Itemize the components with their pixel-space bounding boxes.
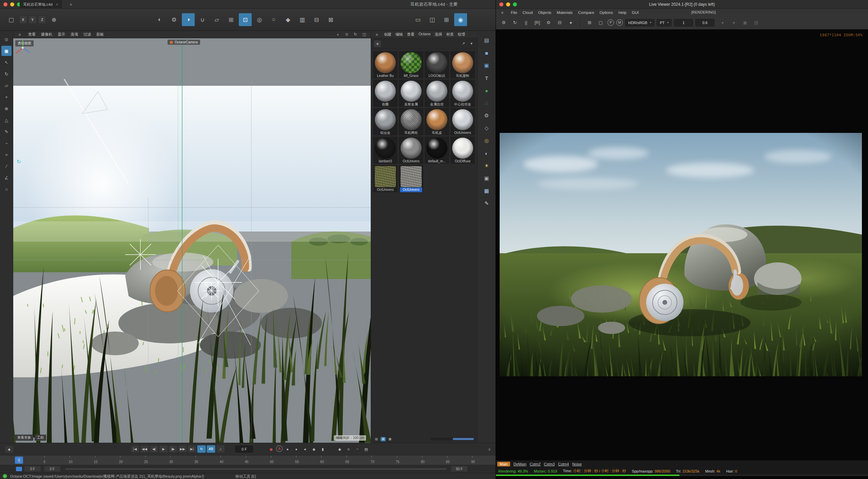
dock-light-icon[interactable]: ☀ [481, 160, 493, 172]
material-tile[interactable]: 齿圈 [373, 80, 398, 107]
render-image[interactable] [500, 133, 862, 376]
viewport-canvas[interactable]: 透视视图 OctaneCamera ↻ 查看变换 工程 栅格间距：100 [13, 38, 371, 443]
viewport-tab-transform[interactable]: 查看变换 [15, 435, 33, 441]
simulation-icon[interactable]: ○ [267, 13, 280, 26]
lv-camera-icon[interactable]: ▣ [740, 18, 749, 27]
rotate-tool-icon[interactable]: ↻ [1, 69, 12, 79]
mat-grid-view-icon[interactable]: ⊞ [381, 437, 386, 441]
lv-menu-item-4[interactable]: Compare [578, 11, 594, 15]
loop-button[interactable]: ↻ [197, 445, 206, 453]
materials-menu-item-4[interactable]: 选择 [435, 32, 442, 37]
record-pla-toggle[interactable]: ▮ [319, 445, 327, 453]
lv-field-1[interactable]: 1 [674, 19, 693, 26]
axis-z-button[interactable]: Z [38, 16, 46, 24]
material-tile[interactable]: 耳机塑料 [450, 51, 475, 78]
timeline-ruler[interactable]: 0 051015202530354045505560657075808590 [0, 455, 496, 465]
material-tile[interactable]: OctDiffuse [450, 137, 475, 164]
record-position-toggle[interactable]: ● [284, 445, 291, 453]
autokey-button[interactable]: A [276, 445, 283, 452]
material-tile[interactable]: Leather Bu [373, 51, 398, 78]
viewport-menu-item-0[interactable]: 查看 [28, 32, 36, 37]
lv-menu-icon[interactable]: ≡ [499, 9, 505, 16]
zoom-tool-icon[interactable]: ⊙ [1, 34, 12, 44]
materials-scrollbar[interactable] [430, 438, 475, 440]
viewport-menu-icon[interactable]: ≡ [17, 32, 23, 38]
material-thumbnail[interactable] [452, 52, 473, 73]
dock-text-icon[interactable]: T [481, 72, 493, 84]
record-param-toggle[interactable]: ◆ [310, 445, 318, 453]
key-filter-icon[interactable]: ▥ [296, 13, 309, 26]
pen-tool-icon[interactable]: ✎ [1, 126, 12, 137]
dock-octane-settings-icon[interactable]: ⚙ [481, 110, 493, 121]
select-tool-icon[interactable]: ▣ [1, 46, 12, 56]
kernel-dropdown[interactable]: PT ▾ [657, 19, 672, 26]
lv-snapshot-icon[interactable]: ▤ [752, 18, 760, 27]
lv-ball-preview-icon[interactable]: ● [566, 18, 575, 27]
coord-system-icon[interactable]: ⊕ [47, 13, 60, 26]
material-thumbnail[interactable] [401, 166, 422, 187]
material-tile[interactable]: lambert3 [373, 137, 398, 164]
lv-settings-icon[interactable]: ⚙ [499, 18, 508, 27]
render-view-icon[interactable]: ◐ [153, 13, 166, 26]
viewport-tab-project[interactable]: 工程 [35, 435, 46, 441]
play-button[interactable]: ▶ [159, 445, 168, 453]
quantize-icon[interactable]: ⊡ [239, 13, 252, 26]
material-thumbnail[interactable] [401, 81, 422, 102]
lv-restart-render-icon[interactable]: ↻ [510, 18, 519, 27]
lock-workplane-icon[interactable]: ⊟ [310, 13, 323, 26]
track-view-icon[interactable]: ≡ [345, 445, 352, 453]
render-pass-tab-cstm3[interactable]: Cstm3 [544, 462, 555, 466]
materials-menu-item-2[interactable]: 查看 [407, 32, 414, 37]
material-tile[interactable]: 中心拉丝金 [450, 80, 475, 107]
material-thumbnail[interactable] [426, 52, 447, 73]
lv-menu-item-6[interactable]: Help [618, 11, 626, 15]
spline-smooth-icon[interactable]: ≈ [1, 149, 12, 160]
lv-denoiser-icon[interactable]: ● [729, 18, 738, 27]
dock-camera-icon[interactable]: ▣ [481, 173, 493, 184]
render-pass-tab-demain[interactable]: DeMain [514, 462, 526, 466]
dock-environment-icon[interactable]: ◐ [481, 147, 493, 159]
dock-tag-icon[interactable]: ◇ [481, 122, 493, 134]
material-thumbnail[interactable] [426, 138, 447, 159]
record-keyframe-button[interactable]: ◉ [267, 445, 275, 453]
materials-menu-item-5[interactable]: 材质 [446, 32, 454, 37]
material-tile[interactable]: LOGO标识 [425, 51, 449, 78]
workplane-icon[interactable]: ▱ [210, 13, 223, 26]
measure-tool-icon[interactable]: ∠ [1, 173, 12, 183]
lv-menu-item-5[interactable]: Options [600, 11, 613, 15]
key-interpolation-icon[interactable]: ◆ [336, 445, 344, 453]
interactive-render-icon[interactable]: ◑ [182, 13, 195, 26]
dock-display-icon[interactable]: ▦ [481, 185, 493, 197]
mat-filter-icon[interactable]: ▾ [468, 41, 475, 47]
lv-region-render-icon[interactable]: [R] [533, 18, 542, 27]
materials-scrollbar-thumb[interactable] [453, 438, 474, 440]
material-tile[interactable]: OctUnivers [399, 137, 423, 164]
vp-pan-icon[interactable]: + [335, 32, 341, 38]
knife-tool-icon[interactable]: ∕ [1, 161, 12, 171]
material-tile[interactable]: OctUnivers [399, 165, 423, 192]
layout-columns-icon[interactable]: ◫ [426, 13, 439, 26]
axis-modify-icon[interactable]: ⊕ [1, 103, 12, 114]
lv-menu-item-0[interactable]: File [511, 11, 517, 15]
range-start-field-2[interactable]: 0 F [44, 466, 60, 472]
range-end-field[interactable]: 90 F [451, 466, 467, 472]
move-tool-icon[interactable]: + [1, 92, 12, 102]
material-thumbnail[interactable] [401, 138, 422, 159]
lv-white-point-icon[interactable]: ● [718, 18, 727, 27]
scale-tool-icon[interactable]: ▱ [1, 80, 12, 91]
lv-lock-resolution-icon[interactable]: ⊟ [555, 18, 564, 27]
keyframe-icon[interactable]: ◆ [282, 13, 294, 26]
material-thumbnail[interactable] [375, 52, 396, 73]
dock-cube-icon[interactable]: ■ [481, 47, 493, 59]
snap-icon[interactable]: ⊞ [225, 13, 237, 26]
viewport-menu-item-4[interactable]: 过滤 [83, 32, 91, 37]
material-thumbnail[interactable] [426, 109, 447, 130]
render-pass-tab-cstm4[interactable]: Cstm4 [558, 462, 569, 466]
dock-octane-scatter-icon[interactable]: ∴ [481, 97, 493, 109]
next-frame-button[interactable]: |▶ [169, 445, 177, 453]
colorspace-dropdown[interactable]: HDR/sRGB ▾ [625, 19, 654, 26]
lock-axis-icon[interactable]: ⊠ [324, 13, 337, 26]
magnet-tool-icon[interactable]: ∩ [1, 184, 12, 194]
material-tile[interactable]: OctUnivers [450, 108, 475, 135]
material-thumbnail[interactable] [426, 81, 447, 102]
